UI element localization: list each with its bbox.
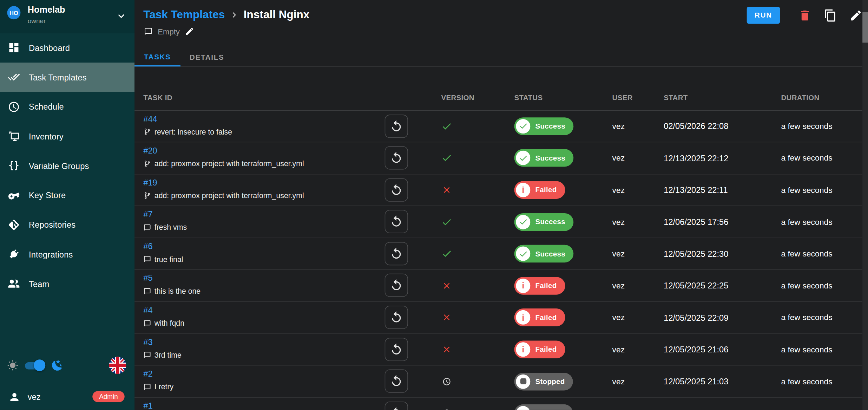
task-id-link[interactable]: #44 <box>143 114 157 123</box>
sidebar-item-repositories[interactable]: Repositories <box>0 210 134 240</box>
sidebar-item-label: Task Templates <box>29 72 87 82</box>
delete-icon[interactable] <box>798 8 811 22</box>
sidebar-nav: DashboardTask TemplatesScheduleInventory… <box>0 33 134 299</box>
version-cell <box>437 398 457 410</box>
status-cell: iFailed <box>514 302 565 333</box>
col-user: USER <box>612 93 633 102</box>
task-id-cell: #6true final <box>143 241 183 263</box>
sidebar-item-integrations[interactable]: Integrations <box>0 240 134 269</box>
user-cell: vez <box>612 334 625 365</box>
task-id-link[interactable]: #20 <box>143 146 157 155</box>
version-cell <box>437 366 457 397</box>
task-id-link[interactable]: #5 <box>143 273 152 283</box>
rerun-task-button[interactable] <box>385 242 408 265</box>
tab-tasks[interactable]: TASKS <box>134 48 180 67</box>
rerun-task-button[interactable] <box>385 370 408 393</box>
duration-cell: a few seconds <box>781 270 832 301</box>
user-cell: vez <box>612 270 625 301</box>
task-id-link[interactable]: #4 <box>143 305 152 315</box>
table-row: #6true finalSuccessvez12/05/2025 22:30a … <box>134 238 862 270</box>
tab-details[interactable]: DETAILS <box>180 48 234 67</box>
success-check-icon <box>518 122 528 131</box>
task-id-cell: #5this is the one <box>143 273 200 295</box>
sidebar-item-variable-groups[interactable]: Variable Groups <box>0 151 134 181</box>
task-id-cell: #1 <box>143 401 152 410</box>
version-fail-icon <box>442 185 452 195</box>
language-flag-uk[interactable] <box>109 357 126 374</box>
source-branch-icon <box>143 160 151 168</box>
task-id-link[interactable]: #2 <box>143 369 152 378</box>
sidebar-item-label: Team <box>29 279 49 289</box>
stop-icon <box>520 378 526 384</box>
sidebar-item-dashboard[interactable]: Dashboard <box>0 33 134 63</box>
user-menu[interactable]: vez Admin <box>0 388 134 407</box>
rerun-task-button[interactable] <box>385 115 408 138</box>
scrollbar-thumb[interactable] <box>862 12 868 43</box>
chevron-down-icon[interactable] <box>115 10 127 22</box>
status-cell: iFailed <box>514 174 565 206</box>
status-label: Failed <box>535 281 557 290</box>
scrollbar <box>862 0 868 410</box>
table-row: #5this is the oneiFailedvez12/05/2025 22… <box>134 270 862 302</box>
edit-description-icon[interactable] <box>185 27 194 36</box>
sidebar-item-schedule[interactable]: Schedule <box>0 92 134 122</box>
sidebar-item-inventory[interactable]: Inventory <box>0 122 134 151</box>
project-name: Homelab <box>28 5 65 15</box>
replay-icon <box>390 215 403 228</box>
comment-icon <box>143 255 151 263</box>
description-text: Empty <box>158 27 180 35</box>
duration-cell: a few seconds <box>781 111 832 142</box>
project-avatar: HO <box>7 6 20 19</box>
col-start: START <box>664 93 688 102</box>
rerun-task-button[interactable] <box>385 210 408 233</box>
user-cell: vez <box>612 111 625 142</box>
sidebar-item-key-store[interactable]: Key Store <box>0 181 134 210</box>
table-row: #7fresh vmsSuccessvez12/06/2025 17:56a f… <box>134 206 862 238</box>
rerun-task-button[interactable] <box>385 146 408 169</box>
sidebar-item-team[interactable]: Team <box>0 269 134 299</box>
status-label: Failed <box>535 313 557 322</box>
edit-icon[interactable] <box>849 8 862 22</box>
run-button[interactable]: RUN <box>747 7 780 24</box>
task-id-link[interactable]: #19 <box>143 178 157 187</box>
person-icon <box>8 391 21 403</box>
comment-icon <box>144 27 153 35</box>
comment-icon <box>143 351 151 359</box>
status-badge: Stopped <box>514 372 573 390</box>
breadcrumb: Task Templates Install Nginx <box>143 8 309 21</box>
rerun-task-button[interactable] <box>385 338 408 361</box>
task-history-table: TASK ID VERSION STATUS USER START DURATI… <box>134 66 862 410</box>
rerun-task-button[interactable] <box>385 274 408 297</box>
copy-icon[interactable] <box>824 8 837 22</box>
project-selector[interactable]: HO Homelab owner <box>0 0 134 33</box>
key-icon <box>8 189 20 202</box>
sidebar-item-task-templates[interactable]: Task Templates <box>0 63 134 92</box>
replay-icon <box>390 343 403 356</box>
start-cell: 12/13/2025 22:11 <box>664 174 728 206</box>
status-label: Failed <box>535 345 557 354</box>
dark-mode-toggle[interactable] <box>24 360 45 371</box>
rerun-task-button[interactable] <box>385 402 408 410</box>
col-version: VERSION <box>441 93 474 102</box>
task-id-link[interactable]: #1 <box>143 401 152 410</box>
start-cell: 12/06/2025 17:56 <box>664 206 728 237</box>
task-id-link[interactable]: #3 <box>143 337 152 347</box>
status-badge: iFailed <box>514 309 565 326</box>
error-info-icon: i <box>522 345 524 354</box>
breadcrumb-parent-link[interactable]: Task Templates <box>143 8 225 21</box>
clock-icon <box>8 101 20 113</box>
rerun-task-button[interactable] <box>385 306 408 329</box>
template-actions: RUN <box>747 7 862 24</box>
status-badge: iFailed <box>514 181 565 199</box>
replay-icon <box>390 311 403 324</box>
comment-icon <box>143 224 151 232</box>
task-id-link[interactable]: #7 <box>143 209 152 219</box>
rerun-task-button[interactable] <box>385 178 408 201</box>
user-cell: vez <box>612 302 625 333</box>
task-id-link[interactable]: #6 <box>143 241 152 251</box>
version-cell <box>437 142 457 174</box>
start-cell: 12/05/2025 21:03 <box>664 366 728 397</box>
status-label: Success <box>535 218 565 226</box>
task-message: I retry <box>143 383 173 391</box>
version-cell <box>437 238 457 269</box>
